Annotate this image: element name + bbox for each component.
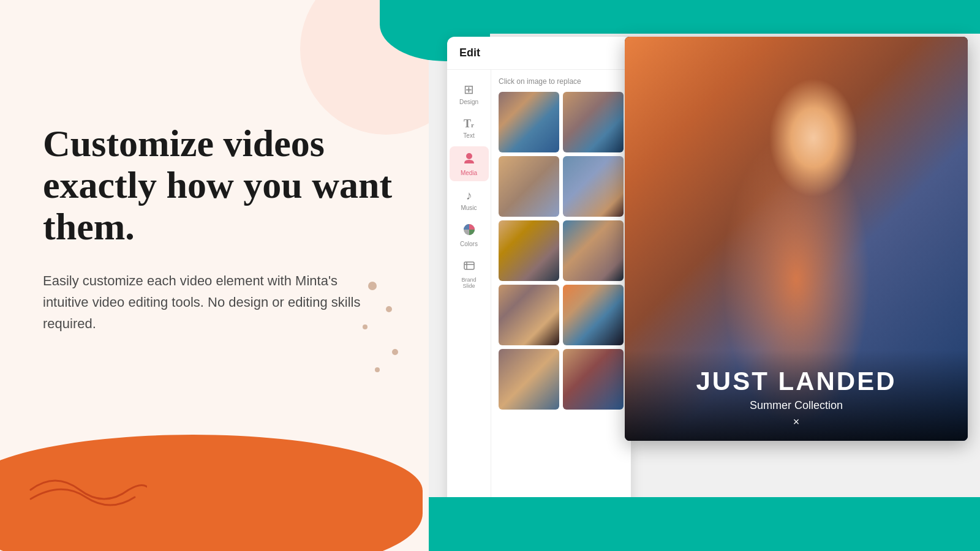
- sidebar-item-music[interactable]: ♪ Music: [450, 184, 489, 216]
- main-headline: Customize videos exactly how you want th…: [43, 122, 410, 248]
- sidebar-item-brand-label: BrandSlide: [461, 277, 476, 289]
- sidebar-item-design-label: Design: [459, 99, 478, 105]
- svg-rect-2: [464, 262, 474, 269]
- music-icon: ♪: [466, 189, 472, 203]
- preview-title: JUST LANDED: [637, 369, 956, 394]
- media-thumb-6[interactable]: [563, 220, 624, 281]
- design-icon: ⊞: [464, 82, 474, 97]
- media-thumb-9[interactable]: [499, 349, 559, 410]
- main-subtext: Easily customize each video element with…: [43, 270, 386, 335]
- sidebar-item-design[interactable]: ⊞ Design: [450, 77, 489, 110]
- edit-header: Edit: [447, 37, 631, 70]
- colors-icon: [463, 223, 475, 239]
- right-panel: Edit ⊞ Design Tr Text: [429, 0, 980, 551]
- preview-close-button[interactable]: ×: [637, 416, 956, 429]
- sidebar-item-text[interactable]: Tr Text: [450, 113, 489, 144]
- edit-panel: Edit ⊞ Design Tr Text: [447, 37, 631, 539]
- svg-point-0: [466, 153, 472, 159]
- preview-panel: JUST LANDED Summer Collection ×: [625, 37, 968, 441]
- media-thumb-10[interactable]: [563, 349, 624, 410]
- preview-subtitle: Summer Collection: [637, 399, 956, 412]
- scribble-decoration: [24, 465, 147, 514]
- media-thumb-4[interactable]: [563, 156, 624, 217]
- sidebar-item-colors[interactable]: Colors: [450, 219, 489, 252]
- media-thumb-7[interactable]: [499, 285, 559, 345]
- preview-overlay: JUST LANDED Summer Collection ×: [625, 350, 968, 441]
- sidebar-item-music-label: Music: [461, 204, 477, 211]
- brand-icon: [463, 260, 475, 275]
- sidebar-item-colors-label: Colors: [460, 241, 478, 247]
- sidebar-nav: ⊞ Design Tr Text Media: [447, 70, 491, 539]
- teal-bottom-accent: [429, 497, 980, 551]
- media-thumb-3[interactable]: [499, 156, 559, 217]
- media-grid: [499, 92, 624, 410]
- sidebar-item-media[interactable]: Media: [450, 146, 489, 181]
- teal-accent-top: [429, 0, 980, 34]
- media-icon: [462, 151, 476, 168]
- media-thumb-5[interactable]: [499, 220, 559, 281]
- sidebar-item-brand[interactable]: BrandSlide: [450, 255, 489, 294]
- media-content: Click on image to replace: [491, 70, 631, 539]
- click-hint: Click on image to replace: [499, 77, 624, 86]
- media-thumb-1[interactable]: [499, 92, 559, 152]
- media-thumb-2[interactable]: [563, 92, 624, 152]
- sidebar-item-media-label: Media: [461, 170, 477, 176]
- text-icon: Tr: [464, 118, 474, 130]
- sidebar-item-text-label: Text: [463, 132, 474, 139]
- media-thumb-8[interactable]: [563, 285, 624, 345]
